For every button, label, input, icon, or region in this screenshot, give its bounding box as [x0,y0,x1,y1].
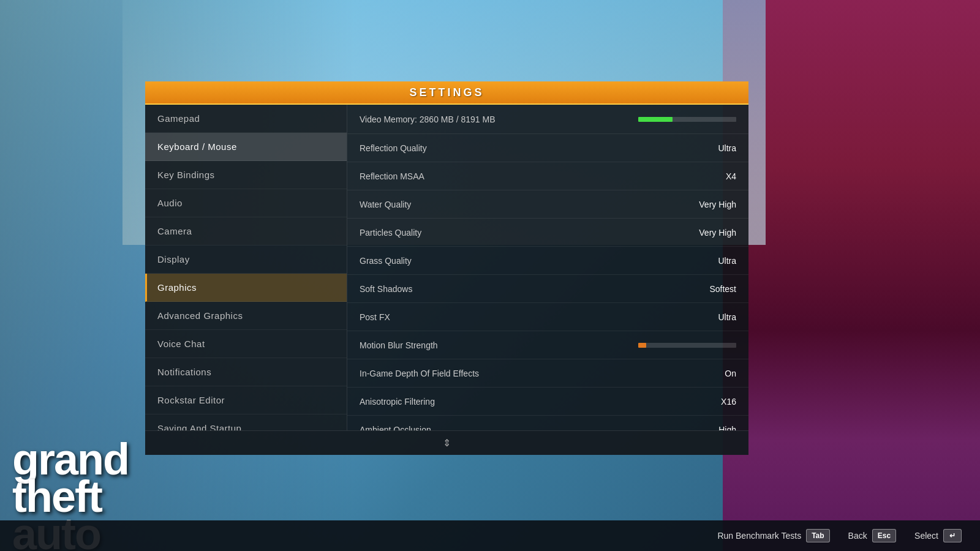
nav-item-audio[interactable]: Audio [145,189,347,217]
settings-panel: SETTINGS Gamepad Keyboard / Mouse Key Bi… [145,81,748,430]
scroll-arrows-icon: ⇕ [443,437,451,449]
nav-item-notifications[interactable]: Notifications [145,358,347,386]
benchmark-label: Run Benchmark Tests [717,531,801,541]
setting-row-dof[interactable]: In-Game Depth Of Field Effects On [347,359,748,388]
setting-name-motion-blur: Motion Blur Strength [360,340,638,350]
setting-value-soft-shadows: Softest [687,284,736,294]
settings-nav: Gamepad Keyboard / Mouse Key Bindings Au… [145,105,347,430]
bottom-action-back: Back Esc [848,529,896,542]
setting-value-water-quality: Very High [687,200,736,209]
nav-item-display[interactable]: Display [145,246,347,274]
setting-row-water-quality[interactable]: Water Quality Very High [347,190,748,219]
nav-item-voice-chat[interactable]: Voice Chat [145,330,347,358]
setting-value-dof: On [687,369,736,378]
setting-row-ambient-occlusion[interactable]: Ambient Occlusion High [347,416,748,430]
scroll-indicator: ⇕ [145,430,748,455]
nav-item-advanced-graphics[interactable]: Advanced Graphics [145,302,347,330]
setting-value-ambient-occlusion: High [687,425,736,431]
motion-blur-fill [638,343,646,348]
setting-value-reflection-quality: Ultra [687,143,736,153]
nav-item-gamepad[interactable]: Gamepad [145,105,347,133]
nav-item-key-bindings[interactable]: Key Bindings [145,161,347,189]
memory-bar-container [638,117,736,122]
setting-name-grass-quality: Grass Quality [360,256,687,266]
bottom-action-benchmark: Run Benchmark Tests Tab [717,529,829,542]
nav-item-rockstar-editor[interactable]: Rockstar Editor [145,386,347,414]
nav-item-camera[interactable]: Camera [145,217,347,246]
motion-blur-slider[interactable] [638,343,736,348]
setting-value-anisotropic: X16 [687,397,736,407]
setting-name-dof: In-Game Depth Of Field Effects [360,369,687,378]
settings-header: SETTINGS [145,81,748,105]
bottom-action-select: Select ↵ [914,529,962,542]
setting-value-particles-quality: Very High [687,228,736,238]
setting-row-motion-blur[interactable]: Motion Blur Strength [347,331,748,359]
setting-row-grass-quality[interactable]: Grass Quality Ultra [347,247,748,275]
setting-name-post-fx: Post FX [360,312,687,322]
benchmark-key: Tab [806,529,829,542]
setting-name-reflection-msaa: Reflection MSAA [360,171,687,181]
setting-value-grass-quality: Ultra [687,256,736,266]
video-memory-row: Video Memory: 2860 MB / 8191 MB [347,105,748,134]
bottom-bar: Run Benchmark Tests Tab Back Esc Select … [0,520,980,551]
back-label: Back [848,531,867,541]
select-label: Select [914,531,938,541]
setting-row-post-fx[interactable]: Post FX Ultra [347,303,748,331]
setting-row-soft-shadows[interactable]: Soft Shadows Softest [347,275,748,303]
back-key: Esc [872,529,896,542]
setting-name-water-quality: Water Quality [360,200,687,209]
nav-item-keyboard-mouse[interactable]: Keyboard / Mouse [145,133,347,161]
setting-value-post-fx: Ultra [687,312,736,322]
setting-name-reflection-quality: Reflection Quality [360,143,687,153]
setting-name-soft-shadows: Soft Shadows [360,284,687,294]
setting-value-reflection-msaa: X4 [687,171,736,181]
setting-name-anisotropic: Anisotropic Filtering [360,397,687,407]
settings-content[interactable]: Video Memory: 2860 MB / 8191 MB Reflecti… [347,105,748,430]
setting-name-ambient-occlusion: Ambient Occlusion [360,425,687,431]
settings-title: SETTINGS [409,86,484,99]
video-memory-label: Video Memory: 2860 MB / 8191 MB [360,114,638,124]
memory-bar-fill [638,117,673,122]
settings-body: Gamepad Keyboard / Mouse Key Bindings Au… [145,105,748,430]
nav-item-graphics[interactable]: Graphics [145,274,347,302]
setting-row-reflection-msaa[interactable]: Reflection MSAA X4 [347,162,748,190]
setting-row-anisotropic[interactable]: Anisotropic Filtering X16 [347,388,748,416]
setting-row-particles-quality[interactable]: Particles Quality Very High [347,219,748,247]
setting-row-reflection-quality[interactable]: Reflection Quality Ultra [347,134,748,162]
setting-name-particles-quality: Particles Quality [360,228,687,238]
nav-item-saving-startup[interactable]: Saving And Startup [145,414,347,430]
select-key: ↵ [943,529,962,542]
